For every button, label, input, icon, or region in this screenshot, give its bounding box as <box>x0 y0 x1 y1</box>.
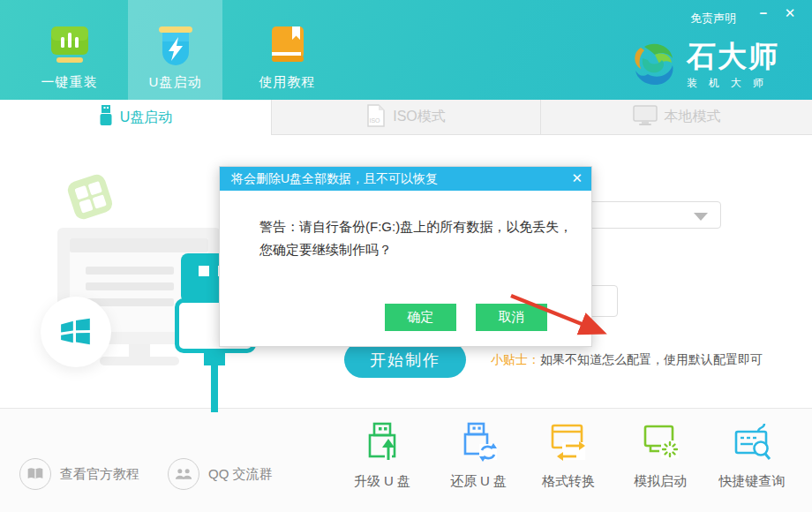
tutorial-book-icon <box>269 25 306 67</box>
official-tutorial-link[interactable]: 查看官方教程 <box>19 458 139 490</box>
close-button[interactable]: ✕ <box>780 5 800 21</box>
minimize-button[interactable]: − <box>754 5 773 20</box>
warning-line-2: 您确定要继续制作吗？ <box>259 238 572 261</box>
start-make-button[interactable]: 开始制作 <box>344 342 466 378</box>
logo-subtitle: 装机大师 <box>687 76 779 91</box>
iso-file-icon: ISO <box>366 104 386 131</box>
nav-label-usb-boot: U盘启动 <box>128 74 222 91</box>
main-panel: 开始制作 小贴士：如果不知道怎么配置，使用默认配置即可 将会删除U盘全部数据，且… <box>0 135 812 408</box>
tab-label-usb-boot: U盘启动 <box>120 109 173 127</box>
mode-tabs: U盘启动 ISO ISO模式 本地模式 <box>0 100 812 135</box>
tool-label-simulate-boot: 模拟启动 <box>613 473 708 490</box>
dialog-title: 将会删除U盘全部数据，且不可以恢复 <box>220 167 591 191</box>
confirm-dialog: 将会删除U盘全部数据，且不可以恢复 ✕ 警告：请自行备份(F:G:)盘上的所有数… <box>219 166 592 347</box>
dialog-close-icon[interactable]: ✕ <box>571 170 583 186</box>
people-icon <box>168 458 199 490</box>
tool-hotkey-query[interactable]: 快捷键查询 <box>704 421 800 490</box>
logo-title: 石大师 <box>687 39 779 74</box>
qq-group-link[interactable]: QQ 交流群 <box>168 458 273 490</box>
format-convert-icon <box>548 451 589 466</box>
tool-restore-usb[interactable]: 还原 U 盘 <box>431 421 526 490</box>
nav-label-tutorial: 使用教程 <box>240 74 335 91</box>
tool-label-upgrade-usb: 升级 U 盘 <box>335 473 430 490</box>
tool-simulate-boot[interactable]: 模拟启动 <box>613 421 708 490</box>
one-key-reinstall-icon <box>49 25 90 69</box>
usb-cable <box>211 364 218 412</box>
usb-stick-icon <box>99 105 113 130</box>
tip-label: 小贴士： <box>491 352 540 366</box>
tab-label-local-mode: 本地模式 <box>665 108 721 126</box>
hotkey-query-icon <box>732 451 772 466</box>
nav-item-reinstall[interactable]: 一键重装 <box>22 0 117 100</box>
svg-text:ISO: ISO <box>370 117 381 124</box>
restore-usb-icon <box>458 451 499 466</box>
tool-upgrade-usb[interactable]: 升级 U 盘 <box>335 421 430 490</box>
tab-label-iso-mode: ISO模式 <box>393 108 446 126</box>
tab-usb-boot[interactable]: U盘启动 <box>0 100 271 135</box>
confirm-button[interactable]: 确定 <box>385 304 456 331</box>
footer: 查看官方教程 QQ 交流群 <box>0 408 812 512</box>
upgrade-usb-icon <box>362 451 402 466</box>
simulate-boot-icon <box>640 451 680 466</box>
tab-local-mode[interactable]: 本地模式 <box>541 100 812 135</box>
nav-label-reinstall: 一键重装 <box>22 74 117 91</box>
warning-line-1: 警告：请自行备份(F:G:)盘上的所有数据，以免丢失， <box>259 215 572 238</box>
tool-label-hotkey-query: 快捷键查询 <box>704 473 800 490</box>
disclaimer-link[interactable]: 免责声明 <box>690 11 736 26</box>
monitor-icon <box>633 105 658 130</box>
qq-group-label: QQ 交流群 <box>208 466 273 483</box>
app-window: 一键重装 U盘启动 <box>0 0 812 512</box>
book-icon <box>19 458 51 490</box>
cancel-button[interactable]: 取消 <box>476 304 547 331</box>
monitor-base <box>100 357 179 365</box>
windows-flag-icon <box>59 315 93 349</box>
logo: 石大师 装机大师 <box>628 39 779 94</box>
windows-logo-circle <box>41 297 111 367</box>
dialog-warning-text: 警告：请自行备份(F:G:)盘上的所有数据，以免丢失， 您确定要继续制作吗？ <box>259 215 572 261</box>
usb-boot-shield-icon <box>154 25 198 72</box>
monitor-stand <box>129 344 150 357</box>
nav-item-usb-boot[interactable]: U盘启动 <box>128 0 222 100</box>
nav-item-tutorial[interactable]: 使用教程 <box>240 0 335 100</box>
logo-icon <box>628 39 680 94</box>
header: 一键重装 U盘启动 <box>0 0 812 100</box>
tool-label-format-convert: 格式转换 <box>521 473 616 490</box>
windows-tile-icon <box>65 172 114 221</box>
tool-label-restore-usb: 还原 U 盘 <box>431 473 526 490</box>
tip-body: 如果不知道怎么配置，使用默认配置即可 <box>540 352 763 366</box>
tool-format-convert[interactable]: 格式转换 <box>521 421 616 490</box>
chevron-down-icon <box>694 213 708 221</box>
tab-iso-mode[interactable]: ISO ISO模式 <box>271 100 541 135</box>
tip-text: 小贴士：如果不知道怎么配置，使用默认配置即可 <box>491 352 763 368</box>
official-tutorial-label: 查看官方教程 <box>60 466 139 483</box>
